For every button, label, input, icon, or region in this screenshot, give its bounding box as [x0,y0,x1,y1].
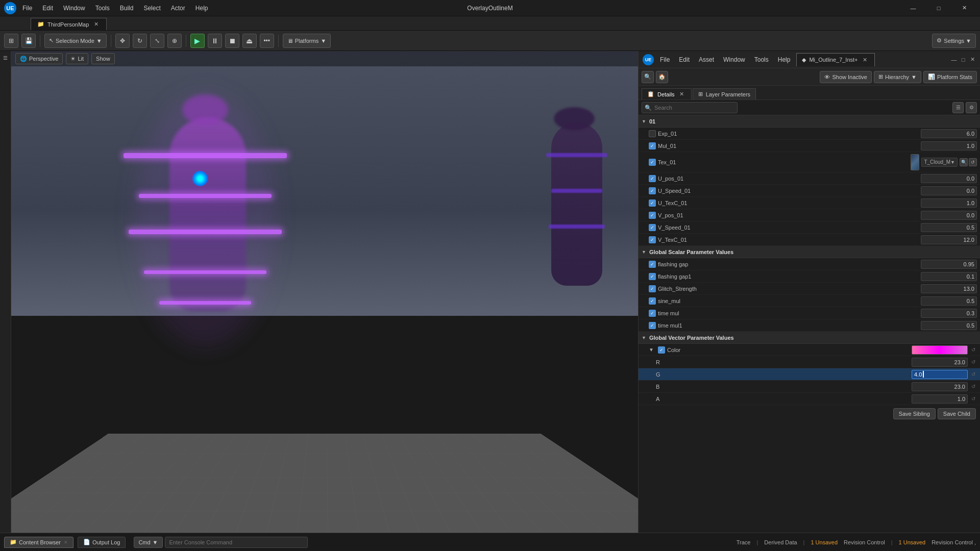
lit-btn[interactable]: ☀ Lit [66,53,88,64]
content-browser-close[interactable]: ✕ [64,540,68,545]
param-value-wrap-R: 23.0 [912,358,968,367]
minimize-button[interactable]: — [901,0,925,16]
play-btn[interactable]: ▶ [190,34,205,48]
stop-btn[interactable]: ⏹ [225,34,239,48]
A-reset-btn[interactable]: ↺ [970,395,977,403]
param-value-G-active[interactable]: 4.0 [912,370,968,379]
panel-menu-asset[interactable]: Asset [697,55,716,64]
texture-browse-btn[interactable]: 🔍 [960,158,968,166]
param-checkbox-mul01[interactable] [649,142,656,149]
param-checkbox-vtexc01[interactable] [649,236,656,243]
panel-menu-file[interactable]: File [658,55,672,64]
scale-tool-btn[interactable]: ⤡ [150,34,164,48]
panel-menu-window[interactable]: Window [721,55,747,64]
transform-btn[interactable]: ⊕ [167,34,182,48]
output-log-tab[interactable]: 📄 Output Log [78,537,126,548]
console-input[interactable] [165,537,308,548]
close-button[interactable]: ✕ [952,0,976,16]
param-checkbox-utexc01[interactable] [649,199,656,207]
hierarchy-btn[interactable]: ⊞ Hierarchy ▼ [874,71,921,83]
details-tab[interactable]: 📋 Details ✕ [642,88,692,99]
param-group-01[interactable]: ▼ 01 [639,115,980,128]
layout-btn[interactable]: ⊞ [4,34,18,48]
eject-btn[interactable]: ⏏ [242,34,257,48]
search-settings-btn[interactable]: ☰ [952,102,964,113]
param-checkbox-glitch[interactable] [649,285,656,292]
platform-stats-icon: 📊 [928,73,935,80]
param-checkbox-vpos01[interactable] [649,212,656,219]
cmd-btn[interactable]: Cmd ▼ [134,537,162,548]
panel-tab-close[interactable]: ✕ [861,56,869,64]
group-label-vector: Global Vector Parameter Values [649,335,734,341]
param-checkbox-color[interactable] [658,346,665,354]
search-input[interactable] [642,102,738,113]
param-checkbox-sinemul[interactable] [649,297,656,305]
show-inactive-btn[interactable]: 👁 Show Inactive [820,71,871,83]
param-group-vector[interactable]: ▼ Global Vector Parameter Values [639,332,980,344]
panel-menu-tools[interactable]: Tools [752,55,771,64]
details-tab-close[interactable]: ✕ [678,90,686,98]
color-reset-btn[interactable]: ↺ [970,346,977,354]
viewport[interactable]: 🌐 Perspective ☀ Lit Show [11,51,638,533]
layer-params-tab[interactable]: ⊞ Layer Parameters [693,88,756,99]
sidebar-icon-1[interactable]: ☰ [1,53,10,62]
param-checkbox-upos01[interactable] [649,175,656,182]
menu-build[interactable]: Build [118,4,136,13]
param-checkbox-timemul[interactable] [649,310,656,317]
platform-stats-btn[interactable]: 📊 Platform Stats [923,71,977,83]
color-swatch[interactable] [912,345,968,355]
save-sibling-btn[interactable]: Save Sibling [893,408,936,419]
R-reset-btn[interactable]: ↺ [970,359,977,366]
panel-asset-tab[interactable]: ◆ Mi_Outline_7_Inst+ ✕ [796,53,874,66]
panel-maximize-btn[interactable]: □ [960,56,967,63]
save-btn[interactable]: 💾 [21,34,36,48]
panel-icon-home[interactable]: 🏠 [656,71,668,83]
menu-file[interactable]: File [20,4,34,13]
param-checkbox-tex01[interactable] [649,159,656,166]
param-checkbox-uspeed01[interactable] [649,187,656,194]
param-checkbox-exp01[interactable] [649,130,656,137]
param-checkbox-vspeed01[interactable] [649,224,656,231]
search-filter-btn[interactable]: ⚙ [966,102,977,113]
panel-icon-browse[interactable]: 🔍 [642,71,654,83]
param-checkbox-timemul1[interactable] [649,322,656,329]
move-tool-btn[interactable]: ✥ [115,34,130,48]
menu-select[interactable]: Select [141,4,162,13]
param-checkbox-flashgap[interactable] [649,261,656,268]
panel-menu-help[interactable]: Help [776,55,793,64]
param-row-vspeed01: V_Speed_01 0.5 [639,221,980,234]
G-reset-btn[interactable]: ↺ [970,371,977,378]
param-value-wrap-utexc01: 1.0 [921,198,977,208]
texture-reset-btn[interactable]: ↺ [969,158,977,166]
texture-thumb-tex01[interactable] [911,154,919,170]
more-play-btn[interactable]: ••• [260,34,274,48]
platforms-btn[interactable]: 🖥 Platforms ▼ [283,34,331,48]
B-reset-btn[interactable]: ↺ [970,383,977,390]
color-expand-arrow[interactable]: ▼ [649,347,656,353]
menu-help[interactable]: Help [193,4,210,13]
params-area[interactable]: ▼ 01 Exp_01 6.0 Mul_01 1.0 [639,115,980,533]
map-tab-close[interactable]: ✕ [92,20,100,29]
param-value-glitch: 13.0 [921,284,977,293]
save-child-btn[interactable]: Save Child [938,408,976,419]
menu-actor[interactable]: Actor [169,4,187,13]
content-browser-tab[interactable]: 📁 Content Browser ✕ [4,537,74,548]
menu-window[interactable]: Window [61,4,87,13]
main-toolbar: ⊞ 💾 ↖ Selection Mode ▼ ✥ ↻ ⤡ ⊕ ▶ ⏸ ⏹ ⏏ •… [0,31,980,51]
menu-edit[interactable]: Edit [40,4,55,13]
perspective-btn[interactable]: 🌐 Perspective [15,53,63,64]
map-tab[interactable]: 📁 ThirdPersonMap ✕ [31,18,107,30]
menu-tools[interactable]: Tools [93,4,112,13]
group-label-scalar: Global Scalar Parameter Values [649,249,733,255]
param-group-scalar[interactable]: ▼ Global Scalar Parameter Values [639,246,980,258]
show-btn[interactable]: Show [91,53,115,64]
rotate-tool-btn[interactable]: ↻ [133,34,147,48]
settings-btn[interactable]: ⚙ Settings ▼ [932,34,976,48]
maximize-button[interactable]: □ [927,0,950,16]
pause-btn[interactable]: ⏸ [208,34,222,48]
selection-mode-btn[interactable]: ↖ Selection Mode ▼ [44,34,107,48]
panel-minimize-btn[interactable]: — [950,56,958,63]
panel-menu-edit[interactable]: Edit [677,55,692,64]
param-checkbox-flashgap1[interactable] [649,273,656,280]
panel-close-btn[interactable]: ✕ [969,56,976,63]
